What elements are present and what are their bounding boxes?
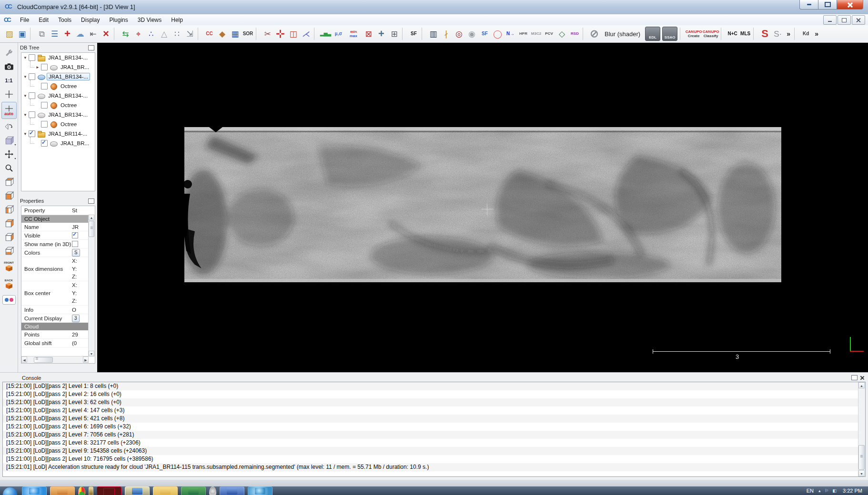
view-bottom-button[interactable]: [2, 245, 16, 257]
toolbar-button[interactable]: [680, 28, 684, 40]
cross-section[interactable]: ◫: [287, 27, 300, 41]
subsample[interactable]: ∴: [145, 27, 158, 41]
properties-list[interactable]: ☰: [48, 27, 61, 41]
sf-shield[interactable]: SF: [478, 27, 491, 41]
tree-item-label[interactable]: JRA1_BR...: [59, 140, 91, 147]
visibility-checkbox[interactable]: [29, 92, 35, 99]
stereo-button[interactable]: [2, 294, 16, 306]
property-checkbox[interactable]: [72, 232, 78, 238]
visibility-checkbox[interactable]: [29, 130, 35, 137]
property-row[interactable]: Global shift (0 (0 X:Y:Z:: [21, 339, 95, 347]
taskbar-image-viewer[interactable]: [50, 486, 75, 495]
property-row[interactable]: Info O O X:Y:Z:: [21, 306, 95, 314]
visibility-checkbox[interactable]: [29, 111, 35, 118]
menu-file[interactable]: File: [15, 15, 34, 25]
taskbar-chrome[interactable]: [78, 486, 85, 495]
maximize-button[interactable]: [818, 0, 837, 10]
canupo-classify[interactable]: CANUPO Classify: [702, 27, 719, 41]
extract-sections[interactable]: ⋌: [300, 27, 313, 41]
toolbar-button[interactable]: [753, 28, 757, 40]
title-bar[interactable]: CC CloudCompare v2.9.1 [64-bit] - [3D Vi…: [0, 0, 868, 15]
zoom-1-1-button[interactable]: 1:1: [2, 74, 16, 87]
statistics[interactable]: µ,σ: [332, 27, 345, 41]
clock[interactable]: 3:22 PM: [843, 488, 862, 494]
taskbar-opera[interactable]: [209, 486, 216, 495]
exit[interactable]: ⇤: [87, 27, 100, 41]
properties-header[interactable]: Properties: [18, 196, 97, 205]
property-row[interactable]: Name JR JR X:Y:Z:: [21, 223, 95, 231]
clone[interactable]: ⧉: [35, 27, 48, 41]
normals-curvature[interactable]: N+C: [726, 27, 739, 41]
view-front-button[interactable]: [2, 189, 16, 202]
pivot-auto-button[interactable]: auto: [1, 102, 17, 119]
expand-arrow-icon[interactable]: [36, 65, 41, 69]
m3c2[interactable]: M3C2: [530, 27, 543, 41]
scroll-up-icon[interactable]: ▲: [858, 382, 865, 388]
taskbar-excel[interactable]: [181, 486, 206, 495]
cloud-cloud-distance[interactable]: CC: [203, 27, 216, 41]
property-row[interactable]: Box center X:Y:Z:: [21, 281, 95, 306]
menu-tools[interactable]: Tools: [53, 15, 76, 25]
sor-filter[interactable]: SOR: [242, 27, 254, 41]
property-row[interactable]: Box dimensions X:Y:Z:: [21, 257, 95, 281]
save[interactable]: ▣: [16, 27, 29, 41]
property-button[interactable]: 3: [72, 315, 80, 322]
taskbar-internet-explorer[interactable]: [22, 486, 47, 495]
tree-item[interactable]: Octree: [21, 100, 95, 110]
scrollbar-thumb[interactable]: [858, 445, 865, 470]
property-row[interactable]: Colors S S X:Y:Z:: [21, 248, 95, 257]
tree-item[interactable]: Octree: [21, 81, 95, 91]
hpr[interactable]: HPR: [517, 27, 530, 41]
expand-arrow-icon[interactable]: [23, 132, 29, 136]
align-point-pairs[interactable]: ⌖: [132, 27, 145, 41]
blur-shader[interactable]: Blur (shader): [601, 27, 644, 41]
menu-display[interactable]: Display: [76, 15, 104, 25]
rotate-view-button[interactable]: [2, 120, 16, 133]
tree-item[interactable]: JRA1_BR...: [21, 139, 95, 148]
sf-add-constant[interactable]: +: [375, 27, 388, 41]
tree-item-label[interactable]: JRA1_BR134-...: [47, 73, 90, 80]
visibility-checkbox[interactable]: [29, 73, 35, 80]
closest-point-set[interactable]: ▦: [229, 27, 242, 41]
taskbar-pen-tool[interactable]: [89, 486, 93, 495]
tree-item-label[interactable]: Octree: [59, 102, 79, 109]
taskbar-file-explorer[interactable]: [153, 486, 178, 495]
menu-help[interactable]: Help: [166, 15, 188, 25]
toolbar-button[interactable]: [198, 28, 202, 40]
console-header[interactable]: Console: [0, 373, 868, 382]
property-row[interactable]: Current Display 3 3 X:Y:Z:: [21, 314, 95, 323]
close-button[interactable]: [837, 0, 863, 10]
tree-item-label[interactable]: JRA1_BR114-...: [47, 130, 89, 137]
view-top-button[interactable]: [2, 176, 16, 188]
sf-delete[interactable]: ⊠: [362, 27, 375, 41]
toolbar-button[interactable]: [30, 28, 34, 40]
view-right-button[interactable]: [2, 231, 16, 243]
tree-item-label[interactable]: Octree: [59, 121, 79, 128]
sf-interpolation[interactable]: SF: [407, 27, 420, 41]
no-filter[interactable]: ⊘: [588, 27, 601, 41]
toolbar-button[interactable]: [583, 28, 586, 40]
float-panel-icon[interactable]: [88, 45, 94, 50]
toolbar-button[interactable]: [422, 28, 425, 40]
expand-arrow-icon[interactable]: [23, 113, 29, 117]
mls-smoothing[interactable]: MLS: [739, 27, 752, 41]
tree-item-label[interactable]: Octree: [59, 83, 79, 89]
scroll-down-icon[interactable]: ▼: [858, 470, 865, 476]
edl[interactable]: EDL: [645, 27, 660, 41]
properties-vertical-scrollbar[interactable]: ▲ ▼: [88, 215, 95, 356]
visibility-checkbox[interactable]: [41, 64, 48, 70]
canupo-create[interactable]: CANUPO Create: [685, 27, 702, 41]
register[interactable]: ⇆: [119, 27, 132, 41]
db-tree[interactable]: JRA1_BR134-... JRA1_BR... JRA1_BR134-...: [21, 52, 95, 191]
db-tree-header[interactable]: DB Tree: [18, 43, 97, 52]
tree-item-label[interactable]: JRA1_BR134-...: [47, 111, 89, 118]
merge[interactable]: ☁: [74, 27, 87, 41]
skeleton-tool[interactable]: S·: [771, 27, 784, 41]
view-left-button[interactable]: [2, 203, 16, 216]
visibility-checkbox[interactable]: [41, 83, 48, 89]
taskbar-cloudcompare-active[interactable]: [125, 486, 150, 495]
menu-3d-views[interactable]: 3D Views: [133, 15, 166, 25]
sra-tool[interactable]: S: [758, 27, 771, 41]
taskbar-word[interactable]: [220, 486, 244, 495]
float-panel-icon[interactable]: [88, 198, 94, 204]
